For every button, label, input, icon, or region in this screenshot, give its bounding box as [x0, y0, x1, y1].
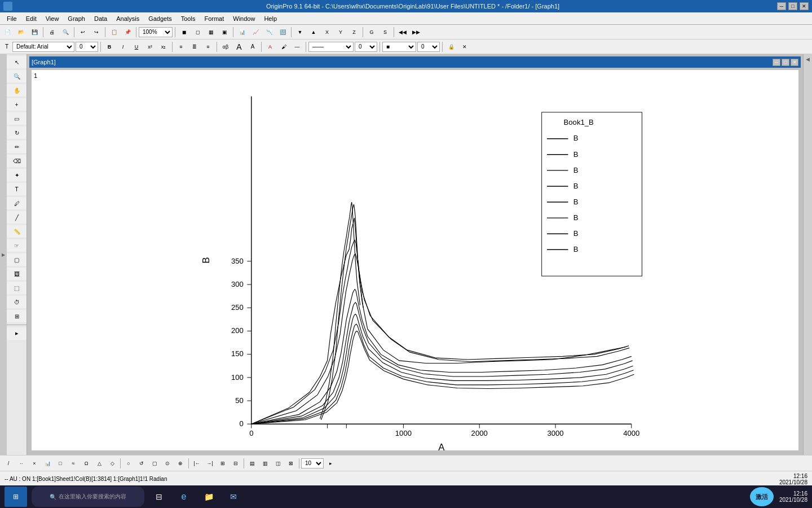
bt-icon-2[interactable]: ··: [15, 457, 28, 470]
tb-icon-13[interactable]: Z: [348, 26, 360, 38]
menu-format[interactable]: Format: [200, 14, 228, 23]
tool-region[interactable]: ▢: [7, 253, 27, 266]
close-button[interactable]: ✕: [800, 2, 809, 10]
tb-icon-11[interactable]: X: [321, 26, 333, 38]
align-left-button[interactable]: ≡: [175, 41, 187, 53]
tool-time[interactable]: ⏱: [7, 296, 27, 308]
bt-icon-11[interactable]: ↺: [135, 457, 148, 470]
minimize-button[interactable]: ─: [777, 2, 786, 10]
tb-icon-3[interactable]: ▦: [205, 26, 217, 38]
bt-icon-1[interactable]: /: [2, 457, 15, 470]
start-button[interactable]: ⊞: [5, 487, 27, 507]
print-preview-button[interactable]: 🔍: [59, 26, 72, 38]
tool-add[interactable]: +: [7, 98, 27, 111]
tool-expand[interactable]: ▶: [7, 327, 27, 340]
tb-icon-15[interactable]: S: [379, 26, 391, 38]
maximize-button[interactable]: □: [788, 2, 797, 10]
bt-icon-19[interactable]: ▤: [246, 457, 258, 470]
save-button[interactable]: 💾: [28, 26, 41, 38]
bt-icon-22[interactable]: ⊠: [285, 457, 297, 470]
subscript-button[interactable]: x₂: [157, 41, 170, 53]
undo-button[interactable]: ↩: [77, 26, 89, 38]
color-button[interactable]: A: [264, 41, 276, 53]
tool-annotate[interactable]: 🖊: [7, 197, 27, 209]
tb-icon-6[interactable]: 📈: [249, 26, 262, 38]
tool-line[interactable]: ╱: [7, 211, 27, 224]
tb-arrow-r[interactable]: ▶▶: [410, 26, 422, 38]
font-size-select[interactable]: 0: [76, 42, 98, 52]
right-panel-collapse[interactable]: ◀: [806, 56, 810, 62]
bold-button[interactable]: B: [103, 41, 116, 53]
tool-draw[interactable]: ✏: [7, 141, 27, 153]
bt-icon-3[interactable]: ×: [28, 457, 41, 470]
paste-button[interactable]: 📌: [121, 26, 134, 38]
task-view-button[interactable]: ⊟: [149, 487, 169, 507]
line-style-select[interactable]: ——: [308, 42, 354, 52]
bt-icon-12[interactable]: ▢: [148, 457, 161, 470]
bt-icon-4[interactable]: 📊: [41, 457, 54, 470]
menu-graph[interactable]: Graph: [63, 14, 90, 23]
align-center-button[interactable]: ≣: [188, 41, 201, 53]
tb-arrow-l[interactable]: ◀◀: [396, 26, 409, 38]
line-width-select[interactable]: 0: [355, 42, 377, 52]
tool-3d[interactable]: ⬚: [7, 282, 27, 294]
menu-help[interactable]: Help: [259, 14, 281, 23]
redo-button[interactable]: ↪: [90, 26, 103, 38]
bt-icon-20[interactable]: ▥: [259, 457, 271, 470]
tool-text[interactable]: T: [7, 183, 27, 195]
bottom-size-select[interactable]: 10: [301, 458, 324, 468]
tool-select[interactable]: ↖: [7, 56, 27, 68]
underline-button[interactable]: U: [130, 41, 143, 53]
taskbar-avatar[interactable]: 激活: [750, 487, 774, 506]
bt-icon-15[interactable]: |←: [191, 457, 203, 470]
graph-close-btn[interactable]: ✕: [791, 59, 798, 66]
sidebar-collapse[interactable]: ▶: [0, 54, 7, 455]
tb-icon-1[interactable]: ◼: [178, 26, 190, 38]
tool-zoom[interactable]: 🔍: [7, 70, 27, 82]
graph-max-btn[interactable]: □: [782, 59, 789, 66]
bt-icon-18[interactable]: ⊟: [230, 457, 242, 470]
bt-icon-5[interactable]: □: [54, 457, 67, 470]
superscript-button[interactable]: x²: [144, 41, 156, 53]
open-button[interactable]: 📂: [15, 26, 27, 38]
new-button[interactable]: 📄: [1, 26, 14, 38]
stroke-button[interactable]: —: [291, 41, 303, 53]
bt-icon-14[interactable]: ⊕: [174, 457, 187, 470]
bt-icon-10[interactable]: ○: [122, 457, 135, 470]
bt-icon-6[interactable]: ≈: [67, 457, 80, 470]
bt-icon-9[interactable]: ◇: [106, 457, 118, 470]
bt-icon-17[interactable]: ⊞: [217, 457, 229, 470]
small-a-button[interactable]: A: [246, 41, 259, 53]
tool-pointer[interactable]: ✦: [7, 169, 27, 181]
tb-icon-10[interactable]: ▲: [307, 26, 320, 38]
tool-table[interactable]: ⊞: [7, 310, 27, 322]
menu-tools[interactable]: Tools: [176, 14, 200, 23]
menu-data[interactable]: Data: [90, 14, 112, 23]
tool-rect[interactable]: ▭: [7, 112, 27, 125]
tool-rotate[interactable]: ↻: [7, 126, 27, 139]
zoom-select[interactable]: 100%: [139, 27, 173, 37]
tool-eraser[interactable]: ⌫: [7, 155, 27, 167]
fill-color-select[interactable]: ■: [382, 42, 416, 52]
tb-icon-14[interactable]: G: [365, 26, 378, 38]
tool-hand[interactable]: ☞: [7, 239, 27, 252]
tb-icon-8[interactable]: 🔢: [276, 26, 289, 38]
highlight-button[interactable]: 🖌: [277, 41, 290, 53]
align-right-button[interactable]: ≡: [202, 41, 214, 53]
tool-pan[interactable]: ✋: [7, 84, 27, 97]
copy-button[interactable]: 📋: [108, 26, 120, 38]
alpha-button[interactable]: αβ: [219, 41, 232, 53]
tb-icon-12[interactable]: Y: [334, 26, 347, 38]
menu-window[interactable]: Window: [228, 14, 259, 23]
graph-min-btn[interactable]: ─: [773, 59, 780, 66]
print-button[interactable]: 🖨: [46, 26, 58, 38]
tb-icon-2[interactable]: ◻: [191, 26, 204, 38]
menu-file[interactable]: File: [2, 14, 21, 23]
tb-icon-5[interactable]: 📊: [236, 26, 248, 38]
tb-icon-4[interactable]: ▣: [218, 26, 231, 38]
bt-icon-13[interactable]: ⊙: [161, 457, 174, 470]
bt-icon-23[interactable]: ▸: [324, 457, 337, 470]
border-width-select[interactable]: 0: [417, 42, 440, 52]
bt-icon-8[interactable]: △: [93, 457, 105, 470]
edge-button[interactable]: e: [174, 487, 194, 507]
